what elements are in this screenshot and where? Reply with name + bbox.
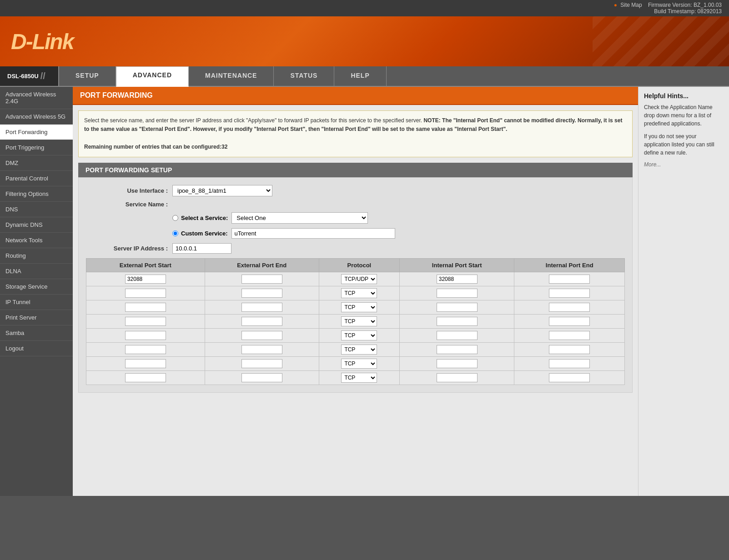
int-end-input[interactable] (549, 303, 590, 312)
ext-end-input[interactable] (241, 331, 282, 340)
sidebar-item-port-forwarding[interactable]: Port Forwarding (0, 125, 73, 140)
table-row: TCP/UDP TCP UDP (86, 314, 625, 328)
table-row: TCP/UDP TCP UDP (86, 286, 625, 300)
protocol-select[interactable]: TCP/UDP TCP UDP (341, 288, 377, 298)
protocol-cell: TCP/UDP TCP UDP (319, 272, 399, 286)
info-description: Select the service name, and enter the s… (84, 117, 422, 124)
ext-end-cell (205, 370, 319, 385)
int-end-input[interactable] (549, 359, 590, 368)
sidebar-item-print-server[interactable]: Print Server (0, 310, 73, 325)
select-service-radio[interactable] (172, 215, 178, 221)
int-start-input[interactable] (437, 373, 478, 382)
protocol-select[interactable]: TCP/UDP TCP UDP (341, 359, 377, 369)
build-timestamp: Build Timestamp: 08292013 (654, 8, 722, 15)
int-end-cell (514, 328, 625, 342)
ext-start-input[interactable] (125, 359, 166, 368)
sidebar-item-parental-control[interactable]: Parental Control (0, 171, 73, 186)
int-start-input[interactable] (437, 289, 478, 298)
table-row: TCP/UDP TCP UDP (86, 356, 625, 370)
sidebar-item-wireless-5g[interactable]: Advanced Wireless 5G (0, 109, 73, 125)
int-start-input[interactable] (437, 331, 478, 340)
int-start-cell (400, 272, 514, 286)
int-end-input[interactable] (549, 289, 590, 298)
tab-advanced[interactable]: ADVANCED (116, 66, 189, 87)
interface-label: Use Interface : (86, 187, 168, 194)
protocol-select[interactable]: TCP/UDP TCP UDP (341, 373, 377, 383)
sidebar-item-dmz[interactable]: DMZ (0, 155, 73, 171)
custom-service-row: Custom Service: (86, 228, 625, 239)
int-end-input[interactable] (549, 317, 590, 326)
sidebar-item-samba[interactable]: Samba (0, 325, 73, 341)
sidebar-item-dlna[interactable]: DLNA (0, 264, 73, 279)
sidebar-item-network-tools[interactable]: Network Tools (0, 233, 73, 248)
col-ext-end: External Port End (205, 258, 319, 272)
int-start-input[interactable] (437, 317, 478, 326)
remaining-entries: Remaining number of entries that can be … (84, 144, 227, 150)
ext-end-input[interactable] (241, 275, 282, 284)
int-start-input[interactable] (437, 359, 478, 368)
int-end-input[interactable] (549, 331, 590, 340)
server-ip-input[interactable] (172, 243, 231, 254)
ext-end-input[interactable] (241, 359, 282, 368)
ext-end-cell (205, 356, 319, 370)
tab-setup[interactable]: SETUP (59, 66, 116, 86)
select-service-dropdown[interactable]: Select One (231, 212, 368, 224)
ext-start-input[interactable] (125, 317, 166, 326)
ext-end-input[interactable] (241, 345, 282, 354)
int-end-input[interactable] (549, 275, 590, 284)
int-start-input[interactable] (437, 345, 478, 354)
protocol-cell: TCP/UDP TCP UDP (319, 328, 399, 342)
int-start-cell (400, 342, 514, 356)
ext-start-input[interactable] (125, 373, 166, 382)
int-end-cell (514, 370, 625, 385)
sidebar-item-logout[interactable]: Logout (0, 341, 73, 356)
protocol-select[interactable]: TCP/UDP TCP UDP (341, 345, 377, 355)
protocol-select[interactable]: TCP/UDP TCP UDP (341, 316, 377, 326)
sidebar-item-dynamic-dns[interactable]: Dynamic DNS (0, 217, 73, 233)
ext-start-cell (86, 314, 205, 328)
custom-service-radio[interactable] (172, 230, 178, 236)
ext-end-input[interactable] (241, 289, 282, 298)
int-end-input[interactable] (549, 373, 590, 382)
ext-start-input[interactable] (125, 345, 166, 354)
port-table: External Port Start External Port End Pr… (86, 258, 625, 385)
table-row: TCP/UDP TCP UDP (86, 272, 625, 286)
sidebar-item-routing[interactable]: Routing (0, 248, 73, 264)
ext-start-input[interactable] (125, 275, 166, 284)
sidebar-item-port-triggering[interactable]: Port Triggering (0, 140, 73, 155)
protocol-select[interactable]: TCP/UDP TCP UDP (341, 330, 377, 340)
logo: D-Link (11, 29, 73, 54)
tab-status[interactable]: STATUS (274, 66, 334, 86)
ext-start-input[interactable] (125, 331, 166, 340)
help-text1: Check the Application Name drop down men… (644, 103, 724, 128)
sidebar-item-filtering-options[interactable]: Filtering Options (0, 186, 73, 202)
protocol-select[interactable]: TCP/UDP TCP UDP (341, 302, 377, 312)
sidebar-item-dns[interactable]: DNS (0, 202, 73, 217)
sidebar: Advanced Wireless 2.4G Advanced Wireless… (0, 87, 73, 496)
sidebar-item-wireless-24g[interactable]: Advanced Wireless 2.4G (0, 87, 73, 109)
custom-service-input[interactable] (231, 228, 395, 239)
ext-end-input[interactable] (241, 303, 282, 312)
ext-end-cell (205, 300, 319, 314)
protocol-select[interactable]: TCP/UDP TCP UDP (341, 274, 377, 284)
ext-start-input[interactable] (125, 303, 166, 312)
ext-end-input[interactable] (241, 317, 282, 326)
service-name-label: Service Name : (86, 201, 168, 208)
interface-select[interactable]: ipoe_8_88_1/atm1 (172, 185, 272, 196)
protocol-cell: TCP/UDP TCP UDP (319, 370, 399, 385)
table-row: TCP/UDP TCP UDP (86, 342, 625, 356)
more-link[interactable]: More... (644, 161, 724, 168)
ext-end-cell (205, 286, 319, 300)
tab-maintenance[interactable]: MAINTENANCE (189, 66, 274, 86)
sitemap-link[interactable]: Site Map (620, 2, 642, 8)
sidebar-item-ip-tunnel[interactable]: IP Tunnel (0, 295, 73, 310)
int-end-input[interactable] (549, 345, 590, 354)
int-start-cell (400, 314, 514, 328)
tab-help[interactable]: HELP (334, 66, 386, 86)
main-layout: Advanced Wireless 2.4G Advanced Wireless… (0, 87, 729, 496)
int-start-input[interactable] (437, 303, 478, 312)
int-start-input[interactable] (437, 275, 478, 284)
ext-start-input[interactable] (125, 289, 166, 298)
ext-end-input[interactable] (241, 373, 282, 382)
sidebar-item-storage-service[interactable]: Storage Service (0, 279, 73, 295)
